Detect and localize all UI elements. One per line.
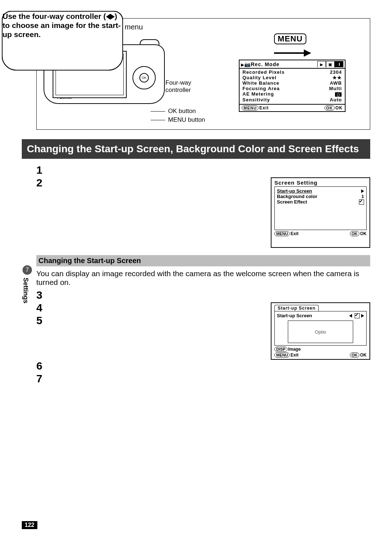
step-number: 6: [36, 360, 46, 372]
step-number: 4: [36, 302, 46, 314]
step-number: 3: [36, 289, 46, 301]
sub-banner: Changing the Start-up Screen: [36, 255, 370, 266]
step-number: 5: [36, 314, 46, 326]
screen-setting-lcd: Screen Setting Start-up ScreenBackground…: [271, 177, 370, 248]
rec-mode-lcd: ▶📷Rec. Mode ▶ ▣ Ii Recorded Pixels2304Qu…: [239, 60, 346, 112]
chapter-badge: 7: [23, 265, 32, 275]
section-banner: Changing the Start-up Screen, Background…: [22, 139, 370, 159]
callout-menubtn: MENU button: [151, 116, 209, 124]
left-arrow-icon: [349, 314, 352, 318]
step-number: 7: [36, 372, 46, 384]
intro-text: You can display an image recorded with t…: [36, 269, 370, 287]
menu-button: MENU: [274, 33, 306, 44]
right-arrow-icon: [361, 314, 364, 318]
left-arrow-icon: [106, 14, 110, 20]
chapter-label: Settings: [22, 278, 29, 303]
tab-setup-icon: Ii: [335, 61, 343, 67]
step-number: 2: [36, 177, 46, 189]
tab-play-icon: ▶: [317, 61, 326, 67]
tab-img-icon: ▣: [326, 61, 335, 67]
arrow-right-icon: [274, 52, 310, 54]
callout-okbtn: OK button: [151, 108, 209, 115]
startup-lcd: Start-up Screen Start-up Screen Optio DI…: [271, 302, 370, 360]
right-arrow-icon: [110, 14, 115, 20]
step-number: 1: [36, 164, 46, 176]
step-7: Use the four-way controller () to choose…: [2, 11, 123, 70]
page-number: 122: [22, 521, 37, 529]
startup-preview: Optio: [288, 321, 353, 343]
four-way-controller-icon: OK: [132, 66, 156, 89]
checkbox-on-icon: [355, 313, 360, 318]
